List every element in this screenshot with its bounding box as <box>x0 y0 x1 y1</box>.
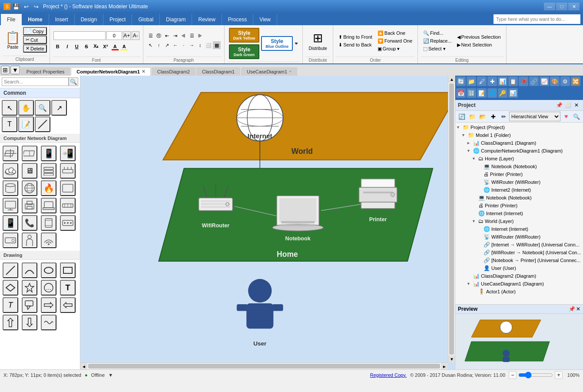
save-button[interactable]: 💾 <box>12 2 20 11</box>
draw-arrow-left[interactable] <box>60 297 76 313</box>
find-button[interactable]: 🔍 Find... <box>421 30 454 37</box>
network-shape-server[interactable]: 🖥 <box>22 163 37 179</box>
rt-btn-13[interactable]: 📅 <box>456 88 466 98</box>
rt-btn-18[interactable]: 📊 <box>508 88 518 98</box>
style-dark-green-button[interactable]: Style Dark Green <box>229 44 259 59</box>
draw-callout[interactable] <box>22 297 37 313</box>
pin-project-button[interactable]: 📌 <box>555 101 563 109</box>
decrease-indent-button[interactable]: ⇤ <box>163 32 171 40</box>
underline-button[interactable]: U <box>73 42 81 51</box>
scroll-thumb-v[interactable] <box>449 83 454 355</box>
draw-rect[interactable] <box>60 262 76 278</box>
bullet-list-button[interactable]: ☰ <box>147 32 155 40</box>
rt-btn-9[interactable]: 📈 <box>540 76 549 86</box>
maximize-button[interactable]: □ <box>556 3 567 10</box>
tab-review[interactable]: Review <box>192 14 222 25</box>
border-button[interactable]: ⬜ <box>205 41 212 49</box>
network-shape-fire[interactable]: 🔥 <box>41 180 56 196</box>
tree-project[interactable]: ▼ 📁 Project (Project) <box>456 123 582 131</box>
font-size-decrease[interactable]: A- <box>132 31 139 40</box>
tab-view[interactable]: View <box>253 14 277 25</box>
tree-notebook1[interactable]: 💻 Notebook (Notebook) <box>477 163 582 170</box>
network-shape-hdd[interactable] <box>3 233 18 248</box>
styles-dropdown[interactable] <box>295 28 298 59</box>
note-tool[interactable]: 📝 <box>18 116 34 132</box>
bold-button[interactable]: B <box>53 42 62 51</box>
draw-wavy[interactable] <box>41 315 56 330</box>
align-center-button[interactable]: ☰ <box>188 32 196 40</box>
notebook-shape[interactable] <box>272 196 323 231</box>
rt-btn-3[interactable]: 🖊 <box>477 76 487 86</box>
collapse-button[interactable]: 📂 <box>478 112 487 121</box>
tab-computer-network-diagram[interactable]: ComputerNetworkDiagram1 ✕ <box>71 67 150 76</box>
send-to-back-button[interactable]: ⬇ Send to Back <box>337 41 374 49</box>
align-tl-button[interactable]: ↖ <box>147 41 155 49</box>
expand-button[interactable]: 📁 <box>467 112 477 121</box>
refresh-button[interactable]: 🔄 <box>457 112 467 121</box>
align-ml-button[interactable]: ← <box>172 41 179 49</box>
numbered-list-button[interactable]: ⑪ <box>155 32 163 40</box>
network-shape-tablet[interactable]: 📱 <box>3 215 18 231</box>
close-preview-button[interactable]: ✕ <box>576 306 580 312</box>
line-spacing-button[interactable]: ↕ <box>196 41 204 49</box>
zoom-slider[interactable] <box>518 372 553 379</box>
network-shape-cloud[interactable] <box>3 163 18 179</box>
rt-btn-12[interactable]: 🔀 <box>571 76 580 86</box>
draw-text[interactable]: T <box>60 280 76 296</box>
font-color-button[interactable]: A <box>111 42 119 51</box>
tree-cnd1[interactable]: ▼ 🌐 ComputerNetworkDiagram1 (Diagram) <box>467 147 582 155</box>
subscript-button[interactable]: X₂ <box>92 42 100 51</box>
rt-btn-10[interactable]: 🎨 <box>550 76 560 86</box>
tree-internet-world[interactable]: 🌐 Internet (Internet) <box>477 225 582 233</box>
pin-preview-button[interactable]: 📌 <box>569 306 575 312</box>
redo-button[interactable]: ↪ <box>32 2 40 11</box>
tree-conn1[interactable]: 🔗 [Internet → WifiRouter] (Universal Con… <box>477 241 582 249</box>
tab-class-diagram2[interactable]: ClassDiagram2 <box>152 67 195 76</box>
tree-classdiagram2[interactable]: 📊 ClassDiagram2 (Diagram) <box>467 272 582 280</box>
tree-user[interactable]: 👤 User (User) <box>477 264 582 272</box>
scroll-up-button[interactable]: ▲ <box>448 76 455 83</box>
network-shape-router[interactable] <box>60 163 76 179</box>
tree-world-layer[interactable]: ▼ 🗂 World (Layer) <box>472 217 582 225</box>
prev-selection-button[interactable]: ◀ Previous Selection <box>455 33 503 41</box>
vertical-scrollbar[interactable]: ▲ ▼ <box>448 76 455 362</box>
status-dropdown-icon[interactable]: ▼ <box>108 372 113 378</box>
italic-button[interactable]: I <box>63 42 72 51</box>
draw-line[interactable] <box>3 262 18 278</box>
tree-home-layer[interactable]: ▼ 🗂 Home (Layer) <box>472 155 582 163</box>
registered-link[interactable]: Registered Copy. <box>370 372 407 378</box>
horizontal-scrollbar[interactable]: ◄ ► <box>80 362 448 369</box>
align-tr-button[interactable]: ↗ <box>163 41 171 49</box>
tree-usecase1[interactable]: ▼ 📊 UseCaseDiagram1 (Diagram) <box>467 280 582 288</box>
forward-one-button[interactable]: 🔽 Forward One <box>376 37 414 45</box>
network-shape-phone[interactable]: 📱 <box>41 146 56 161</box>
tab-usecase-diagram[interactable]: UseCaseDiagram1 + <box>241 67 297 76</box>
network-shape-wifiap[interactable] <box>41 233 56 248</box>
network-shape-storage[interactable] <box>41 163 56 179</box>
rt-btn-1[interactable]: 🔄 <box>456 76 466 86</box>
align-tc-button[interactable]: ↑ <box>155 41 163 49</box>
zoom-in-button[interactable]: + <box>555 371 563 379</box>
tree-conn2[interactable]: 🔗 [WifiRouter → Notebook] (Universal Con… <box>477 249 582 256</box>
scroll-left-button[interactable]: ◄ <box>80 363 87 369</box>
rt-btn-14[interactable]: 🔢 <box>467 88 476 98</box>
draw-diamond[interactable] <box>3 280 18 296</box>
minimize-button[interactable]: — <box>544 3 555 10</box>
superscript-button[interactable]: X² <box>101 42 110 51</box>
diagram-list-button[interactable]: ▼ <box>10 66 20 74</box>
zoom-out-button[interactable]: − <box>509 371 517 379</box>
network-shape-smartphone[interactable]: 📞 <box>22 215 37 231</box>
align-right-button[interactable]: ⫸ <box>196 32 204 40</box>
filter-button[interactable]: 🔻 <box>561 112 571 121</box>
network-shape-internet[interactable] <box>22 180 37 196</box>
rt-btn-15[interactable]: 📝 <box>477 88 487 98</box>
distribute-label[interactable]: Distribute <box>309 46 327 51</box>
fill-button[interactable]: ▩ <box>213 41 221 49</box>
scroll-thumb-h[interactable] <box>88 364 440 369</box>
font-family-input[interactable] <box>53 31 106 40</box>
search-project-button[interactable]: 🔍 <box>572 112 581 121</box>
rt-btn-7[interactable]: 📌 <box>519 76 528 86</box>
tab-project[interactable]: Project <box>103 14 132 25</box>
diagram-canvas[interactable]: Internet World WifiRouter <box>80 76 448 362</box>
close-button[interactable]: ✕ <box>568 3 580 10</box>
